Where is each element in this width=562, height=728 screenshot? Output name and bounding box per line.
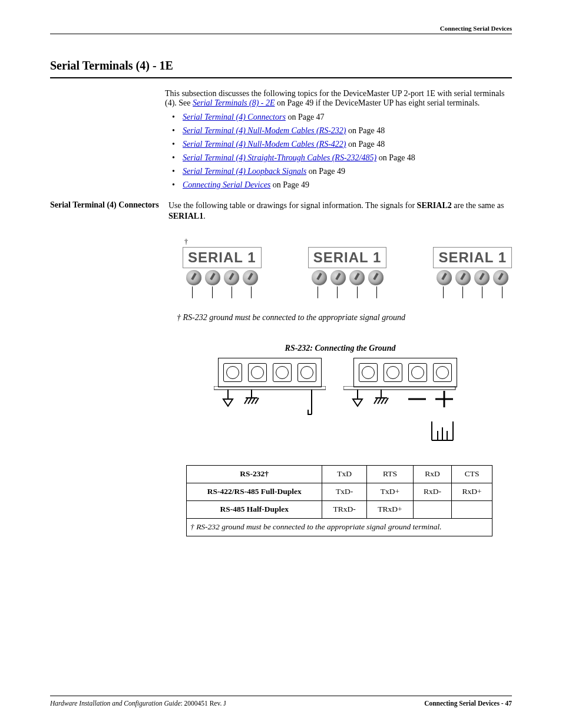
figure-title: RS-232: Connecting the Ground — [168, 343, 512, 354]
intro-block: This subsection discusses the following … — [165, 89, 512, 190]
connector-row: † SERIAL 1 SERIAL 1 — [183, 238, 512, 298]
list-item: Connecting Serial Devices on Page 49 — [172, 180, 512, 190]
signal-table: RS-232† TxD RTS RxD CTS RS-422/RS-485 Fu… — [186, 465, 492, 536]
terminal-outline — [353, 358, 457, 387]
cell: RxD+ — [452, 483, 492, 500]
ground-wiring-icon — [343, 386, 467, 445]
screw-icon — [437, 270, 452, 285]
screw-icon — [186, 270, 201, 285]
subsection-body: Use the following table or drawings for … — [168, 200, 512, 536]
svg-marker-2 — [223, 399, 233, 406]
cell: TRxD- — [322, 500, 366, 518]
ground-diagram — [214, 358, 326, 445]
ground-wiring-icon — [214, 386, 326, 421]
cell: CTS — [452, 466, 492, 483]
svg-line-18 — [385, 398, 388, 404]
terminal-outline — [218, 358, 322, 387]
body-text: . — [203, 212, 206, 220]
screw-row — [186, 270, 258, 285]
pin-row — [183, 286, 262, 298]
section-title: Serial Terminals (4) - 1E — [50, 59, 512, 73]
footer-right: Connecting Serial Devices - 47 — [424, 700, 512, 707]
subsection-heading: Serial Terminal (4) Connectors — [50, 200, 168, 536]
cell: RS-422/RS-485 Full-Duplex — [187, 483, 322, 500]
terminal-block: SERIAL 1 — [308, 238, 387, 298]
screw-icon — [493, 270, 508, 285]
screw-icon — [368, 270, 384, 285]
cell: RxD- — [414, 483, 452, 500]
terminal-icon — [359, 363, 378, 382]
list-item: Serial Terminal (4) Null-Modem Cables (R… — [172, 126, 512, 136]
terminal-icon — [223, 363, 242, 382]
cell: TxD- — [322, 483, 366, 500]
svg-line-16 — [378, 398, 381, 404]
page: Connecting Serial Devices Serial Termina… — [0, 0, 562, 536]
pin-line-icon — [357, 286, 358, 298]
screw-icon — [243, 270, 258, 285]
bullet-link[interactable]: Serial Terminal (4) Null-Modem Cables (R… — [183, 140, 346, 149]
cell — [452, 500, 492, 518]
page-header: Connecting Serial Devices — [50, 25, 512, 34]
pin-line-icon — [251, 286, 252, 298]
screw-icon — [205, 270, 220, 285]
table-footnote-row: † RS-232 ground must be connected to the… — [187, 518, 492, 536]
footer-left: Hardware Installation and Configuration … — [50, 700, 226, 707]
bullet-link[interactable]: Serial Terminal (4) Null-Modem Cables (R… — [183, 126, 346, 135]
body-bold: SERIAL2 — [417, 201, 452, 210]
serial-label: SERIAL 1 — [308, 247, 387, 268]
page-footer: Hardware Installation and Configuration … — [50, 696, 512, 707]
cell: RxD — [414, 466, 452, 483]
bullet-tail: on Page 47 — [286, 113, 325, 121]
intro-link[interactable]: Serial Terminals (8) - 2E — [193, 98, 275, 107]
bullet-link[interactable]: Serial Terminal (4) Connectors — [183, 113, 286, 121]
screw-icon — [330, 270, 346, 285]
ground-figure — [174, 358, 506, 445]
svg-line-15 — [374, 398, 378, 404]
subsection: Serial Terminal (4) Connectors Use the f… — [50, 200, 512, 536]
body-bold: SERIAL1 — [168, 212, 203, 220]
pin-line-icon — [462, 286, 463, 298]
bullet-link[interactable]: Connecting Serial Devices — [183, 180, 270, 189]
svg-line-5 — [244, 398, 248, 404]
svg-line-6 — [248, 398, 252, 404]
table-footnote: † RS-232 ground must be connected to the… — [187, 518, 492, 536]
terminal-block: SERIAL 1 — [433, 238, 512, 298]
terminal-icon — [273, 363, 292, 382]
pin-line-icon — [502, 286, 503, 298]
table-row: RS-485 Half-Duplex TRxD- TRxD+ — [187, 500, 492, 518]
ground-diagram — [343, 358, 467, 445]
list-item: Serial Terminal (4) Loopback Signals on … — [172, 167, 512, 176]
cell: TxD+ — [366, 483, 413, 500]
cell: RS-232† — [187, 466, 322, 483]
table-row: RS-422/RS-485 Full-Duplex TxD- TxD+ RxD-… — [187, 483, 492, 500]
terminal-block: † SERIAL 1 — [183, 238, 262, 298]
section-rule — [50, 77, 512, 78]
cell — [414, 500, 452, 518]
list-item: Serial Terminal (4) Null-Modem Cables (R… — [172, 140, 512, 149]
bullet-list: Serial Terminal (4) Connectors on Page 4… — [165, 113, 512, 190]
intro-text-tail: on Page 49 if the DeviceMaster UP has ei… — [277, 98, 480, 107]
bullet-link[interactable]: Serial Terminal (4) Loopback Signals — [183, 167, 306, 176]
list-item: Serial Terminal (4) Connectors on Page 4… — [172, 113, 512, 122]
pin-line-icon — [318, 286, 318, 298]
bullet-tail: on Page 48 — [346, 140, 385, 149]
bullet-link[interactable]: Serial Terminal (4) Straight-Through Cab… — [183, 153, 376, 162]
bullet-tail: on Page 49 — [270, 180, 309, 189]
list-item: Serial Terminal (4) Straight-Through Cab… — [172, 153, 512, 163]
pin-line-icon — [443, 286, 444, 298]
pin-line-icon — [376, 286, 377, 298]
svg-line-8 — [255, 398, 259, 404]
cell: TxD — [322, 466, 366, 483]
terminal-icon — [248, 363, 267, 382]
terminal-icon — [433, 363, 452, 382]
svg-line-7 — [252, 398, 255, 404]
pin-line-icon — [482, 286, 482, 298]
pin-row — [308, 286, 387, 298]
body-text: are the same as — [452, 201, 504, 210]
screw-row — [312, 270, 384, 285]
table-row: RS-232† TxD RTS RxD CTS — [187, 466, 492, 483]
body-text: Use the following table or drawings for … — [168, 201, 417, 210]
serial-label: SERIAL 1 — [183, 247, 262, 268]
terminal-icon — [384, 363, 402, 382]
svg-rect-0 — [214, 386, 326, 390]
